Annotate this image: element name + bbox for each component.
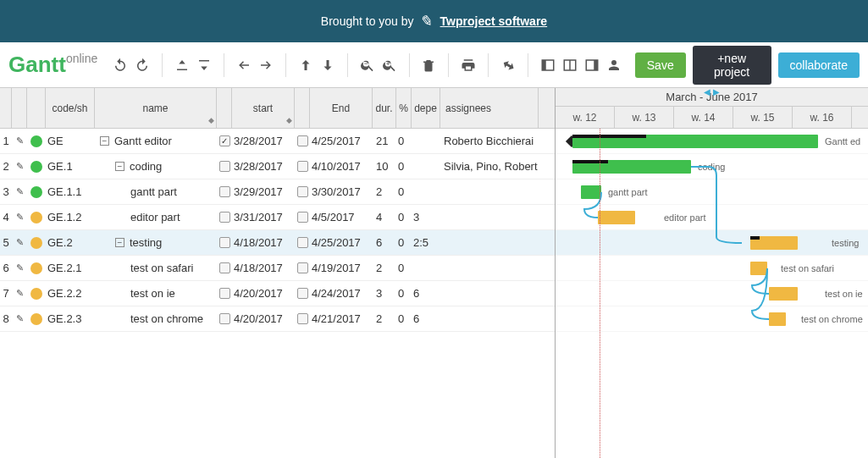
- end-date-cell[interactable]: 4/19/2017: [310, 256, 373, 280]
- milestone-start-cell[interactable]: [217, 306, 232, 331]
- duration-cell[interactable]: 2: [373, 179, 396, 204]
- insert-below-button[interactable]: [196, 56, 212, 74]
- split-center-button[interactable]: [562, 56, 578, 74]
- edit-row-button[interactable]: ✎: [12, 256, 27, 280]
- end-date-cell[interactable]: 4/5/2017: [310, 205, 373, 229]
- status-cell[interactable]: [27, 306, 46, 331]
- header-end[interactable]: End: [310, 88, 373, 128]
- progress-cell[interactable]: 0: [396, 179, 412, 204]
- code-cell[interactable]: GE.2.1: [46, 256, 95, 280]
- end-date-cell[interactable]: 4/25/2017: [310, 129, 373, 153]
- assignees-cell[interactable]: [440, 179, 539, 204]
- split-right-button[interactable]: [584, 56, 600, 74]
- milestone-end-cell[interactable]: [295, 154, 310, 179]
- expander-icon[interactable]: −: [115, 238, 124, 247]
- milestone-end-cell[interactable]: [295, 129, 310, 153]
- banner-link[interactable]: Twproject software: [440, 14, 548, 28]
- header-code[interactable]: code/sh: [46, 88, 95, 128]
- name-cell[interactable]: test on safari: [95, 256, 217, 280]
- task-bar[interactable]: [750, 236, 798, 250]
- depends-cell[interactable]: [412, 154, 440, 179]
- task-bar[interactable]: [769, 287, 798, 301]
- duration-cell[interactable]: 10: [373, 154, 396, 179]
- duration-cell[interactable]: 2: [373, 256, 396, 280]
- end-date-cell[interactable]: 3/30/2017: [310, 179, 373, 204]
- status-cell[interactable]: [27, 205, 46, 229]
- start-date-cell[interactable]: 4/18/2017: [232, 230, 295, 255]
- code-cell[interactable]: GE.2.2: [46, 281, 95, 306]
- progress-cell[interactable]: 0: [396, 129, 412, 153]
- start-date-cell[interactable]: 3/31/2017: [232, 205, 295, 229]
- milestone-start-cell[interactable]: [217, 154, 232, 179]
- gantt-row[interactable]: gantt part: [556, 179, 868, 205]
- task-bar[interactable]: [572, 160, 691, 174]
- task-row[interactable]: 2✎GE.1−coding3/28/20174/10/2017100Silvia…: [0, 154, 555, 179]
- split-left-button[interactable]: [540, 56, 556, 74]
- edit-row-button[interactable]: ✎: [12, 230, 27, 255]
- gantt-row[interactable]: testing: [556, 230, 868, 256]
- end-date-cell[interactable]: 4/25/2017: [310, 230, 373, 255]
- task-bar[interactable]: [572, 135, 818, 148]
- task-row[interactable]: 3✎GE.1.1gantt part3/29/20173/30/201720: [0, 179, 555, 205]
- task-bar[interactable]: [769, 312, 786, 326]
- progress-cell[interactable]: 0: [396, 154, 412, 179]
- name-cell[interactable]: −testing: [95, 230, 217, 255]
- sort-icon[interactable]: ◆: [208, 116, 214, 124]
- header-name[interactable]: name◆: [95, 88, 217, 128]
- logo[interactable]: Ganttonline: [8, 52, 97, 78]
- status-cell[interactable]: [27, 179, 46, 204]
- progress-cell[interactable]: 0: [396, 205, 412, 229]
- progress-cell[interactable]: 0: [396, 230, 412, 255]
- print-button[interactable]: [461, 56, 476, 74]
- edit-row-button[interactable]: ✎: [12, 129, 27, 153]
- task-bar[interactable]: [750, 262, 767, 275]
- duration-cell[interactable]: 2: [373, 306, 396, 331]
- assignees-cell[interactable]: [440, 230, 539, 255]
- status-cell[interactable]: [27, 256, 46, 280]
- name-cell[interactable]: −Gantt editor: [95, 129, 217, 153]
- start-date-cell[interactable]: 4/20/2017: [232, 306, 295, 331]
- header-start[interactable]: start◆: [232, 88, 295, 128]
- code-cell[interactable]: GE.1.1: [46, 179, 95, 204]
- redo-button[interactable]: [135, 56, 150, 74]
- start-date-cell[interactable]: 4/20/2017: [232, 281, 295, 306]
- resources-button[interactable]: [606, 56, 622, 74]
- end-date-cell[interactable]: 4/21/2017: [310, 306, 373, 331]
- milestone-start-cell[interactable]: [217, 205, 232, 229]
- milestone-end-cell[interactable]: [295, 256, 310, 280]
- progress-cell[interactable]: 0: [396, 256, 412, 280]
- depends-cell[interactable]: 6: [412, 281, 440, 306]
- assignees-cell[interactable]: [440, 256, 539, 280]
- critical-path-button[interactable]: [500, 56, 516, 74]
- header-progress[interactable]: %: [396, 88, 412, 128]
- task-row[interactable]: 5✎GE.2−testing4/18/20174/25/2017602:5: [0, 230, 555, 256]
- name-cell[interactable]: test on ie: [95, 281, 217, 306]
- start-date-cell[interactable]: 4/18/2017: [232, 256, 295, 280]
- gantt-row[interactable]: coding: [556, 154, 868, 179]
- move-down-button[interactable]: [320, 56, 335, 74]
- name-cell[interactable]: editor part: [95, 205, 217, 229]
- end-date-cell[interactable]: 4/24/2017: [310, 281, 373, 306]
- progress-cell[interactable]: 0: [396, 281, 412, 306]
- task-row[interactable]: 7✎GE.2.2test on ie4/20/20174/24/2017306: [0, 281, 555, 306]
- milestone-start-cell[interactable]: [217, 129, 232, 153]
- move-up-button[interactable]: [298, 56, 313, 74]
- task-bar[interactable]: [598, 211, 635, 224]
- code-cell[interactable]: GE: [46, 129, 95, 153]
- depends-cell[interactable]: [412, 179, 440, 204]
- edit-row-button[interactable]: ✎: [12, 154, 27, 179]
- milestone-start-cell[interactable]: [217, 179, 232, 204]
- milestone-end-cell[interactable]: [295, 205, 310, 229]
- code-cell[interactable]: GE.1.2: [46, 205, 95, 229]
- edit-row-button[interactable]: ✎: [12, 281, 27, 306]
- start-date-cell[interactable]: 3/29/2017: [232, 179, 295, 204]
- progress-cell[interactable]: 0: [396, 306, 412, 331]
- edit-row-button[interactable]: ✎: [12, 179, 27, 204]
- name-cell[interactable]: test on chrome: [95, 306, 217, 331]
- gantt-row[interactable]: test on ie: [556, 281, 868, 306]
- status-cell[interactable]: [27, 154, 46, 179]
- duration-cell[interactable]: 3: [373, 281, 396, 306]
- task-bar[interactable]: [581, 185, 601, 199]
- name-cell[interactable]: −coding: [95, 154, 217, 179]
- milestone-end-cell[interactable]: [295, 281, 310, 306]
